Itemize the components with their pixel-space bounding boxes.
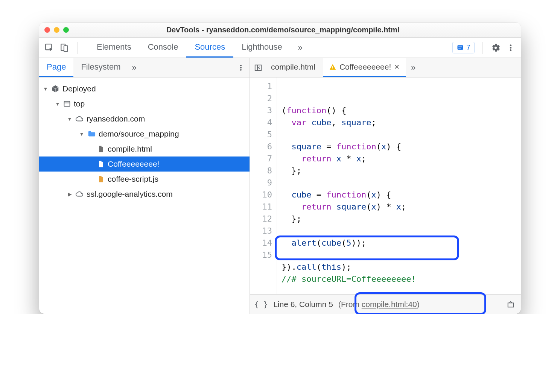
- tree-label: ryanseddon.com: [87, 114, 145, 123]
- code-editor[interactable]: 123456789101112131415 (function() { var …: [250, 77, 521, 294]
- line-number[interactable]: 14: [250, 237, 272, 249]
- line-number[interactable]: 4: [250, 117, 272, 129]
- kebab-menu-icon[interactable]: [505, 42, 516, 53]
- close-tab-icon[interactable]: ✕: [394, 63, 400, 71]
- tree-folder-demo[interactable]: ▼ demo/source_mapping: [39, 126, 250, 141]
- sidebar: Page Filesystem » ▼ Deployed ▼ top: [39, 58, 250, 314]
- svg-point-11: [240, 69, 241, 70]
- navigator-toggle-icon[interactable]: [253, 62, 263, 73]
- code-line[interactable]: cube = function(x) {: [282, 189, 416, 201]
- svg-rect-18: [508, 303, 514, 307]
- inspect-element-icon[interactable]: [44, 42, 55, 53]
- svg-rect-5: [458, 48, 461, 49]
- line-number[interactable]: 13: [250, 225, 272, 237]
- deployed-icon: [51, 85, 59, 93]
- code-line[interactable]: [282, 249, 416, 261]
- tree-file-coffee[interactable]: Coffeeeeeeee!: [39, 156, 250, 172]
- tab-elements[interactable]: Elements: [88, 38, 140, 58]
- tree-label: Deployed: [62, 84, 96, 93]
- tree-label: compile.html: [108, 144, 152, 153]
- line-number[interactable]: 6: [250, 141, 272, 153]
- line-number[interactable]: 11: [250, 201, 272, 213]
- titlebar: DevTools - ryanseddon.com/demo/source_ma…: [39, 23, 521, 38]
- code-line[interactable]: [282, 129, 416, 141]
- body-split: Page Filesystem » ▼ Deployed ▼ top: [39, 58, 521, 314]
- file-js-icon: [97, 175, 105, 183]
- line-number[interactable]: 12: [250, 213, 272, 225]
- disclosure-triangle-icon: ▼: [67, 116, 72, 122]
- code-line[interactable]: [282, 225, 416, 237]
- code-line[interactable]: };: [282, 165, 416, 177]
- tree-top[interactable]: ▼ top: [39, 96, 250, 111]
- tree-deployed[interactable]: ▼ Deployed: [39, 81, 250, 96]
- separator: [78, 42, 78, 54]
- code-line[interactable]: (function() {: [282, 105, 416, 117]
- tree-domain-ryanseddon[interactable]: ▼ ryanseddon.com: [39, 111, 250, 126]
- code-line[interactable]: };: [282, 213, 416, 225]
- sidebar-tab-page[interactable]: Page: [39, 58, 73, 77]
- line-number[interactable]: 2: [250, 93, 272, 105]
- line-number[interactable]: 5: [250, 129, 272, 141]
- tab-lighthouse[interactable]: Lighthouse: [233, 38, 291, 58]
- show-coverage-icon[interactable]: [505, 299, 516, 310]
- svg-rect-12: [64, 101, 70, 106]
- tree-domain-ga[interactable]: ▶ ssl.google-analytics.com: [39, 187, 250, 202]
- disclosure-triangle-icon: ▶: [67, 191, 72, 197]
- svg-rect-16: [332, 66, 333, 68]
- line-number[interactable]: 1: [250, 81, 272, 93]
- tree-label: demo/source_mapping: [99, 129, 179, 138]
- sidebar-tab-filesystem[interactable]: Filesystem: [73, 58, 128, 77]
- disclosure-triangle-icon: ▼: [43, 86, 48, 92]
- cursor-position: Line 6, Column 5: [273, 300, 333, 309]
- line-number[interactable]: 9: [250, 177, 272, 189]
- file-tree: ▼ Deployed ▼ top ▼ ryanseddon.com ▼: [39, 77, 250, 205]
- code-line[interactable]: square = function(x) {: [282, 141, 416, 153]
- separator: [482, 42, 482, 54]
- code-line[interactable]: alert(cube(5));: [282, 237, 416, 249]
- editor-tab-label: compile.html: [271, 62, 315, 71]
- editor-area: compile.html Coffeeeeeeee! ✕ » 123456789…: [250, 58, 521, 314]
- tab-sources[interactable]: Sources: [186, 38, 233, 58]
- minimize-window-button[interactable]: [54, 27, 59, 33]
- svg-point-9: [240, 65, 241, 66]
- settings-icon[interactable]: [490, 42, 501, 53]
- disclosure-triangle-icon: ▼: [79, 131, 84, 137]
- device-toolbar-icon[interactable]: [59, 42, 70, 53]
- tree-file-compile-html[interactable]: compile.html: [39, 141, 250, 156]
- sidebar-tabs: Page Filesystem »: [39, 58, 250, 77]
- line-number[interactable]: 15: [250, 249, 272, 261]
- tree-file-coffee-script[interactable]: coffee-script.js: [39, 172, 250, 187]
- svg-point-10: [240, 67, 241, 68]
- sidebar-more-tabs-icon[interactable]: »: [128, 63, 140, 73]
- code-line[interactable]: //# sourceURL=Coffeeeeeeee!: [282, 273, 416, 285]
- line-number[interactable]: 10: [250, 189, 272, 201]
- editor-tab-compile[interactable]: compile.html: [265, 58, 321, 77]
- warning-icon: [329, 63, 336, 71]
- line-number[interactable]: 7: [250, 153, 272, 165]
- pretty-print-icon[interactable]: { }: [254, 300, 268, 309]
- issues-badge[interactable]: 7: [452, 42, 475, 53]
- source-origin-link[interactable]: compile.html:40: [362, 300, 417, 308]
- code-line[interactable]: return x * x;: [282, 153, 416, 165]
- line-number[interactable]: 3: [250, 105, 272, 117]
- tree-label: top: [74, 99, 85, 108]
- zoom-window-button[interactable]: [63, 27, 69, 33]
- code-line[interactable]: var cube, square;: [282, 117, 416, 129]
- sidebar-kebab-icon[interactable]: [235, 62, 247, 73]
- traffic-lights: [44, 27, 69, 33]
- devtools-window: DevTools - ryanseddon.com/demo/source_ma…: [39, 23, 521, 314]
- line-number[interactable]: 8: [250, 165, 272, 177]
- editor-more-tabs-icon[interactable]: »: [407, 63, 419, 73]
- code-content[interactable]: (function() { var cube, square; square =…: [277, 77, 416, 294]
- more-tabs-icon[interactable]: »: [294, 43, 306, 53]
- editor-tab-bar: compile.html Coffeeeeeeee! ✕ »: [250, 58, 521, 77]
- svg-point-8: [510, 49, 511, 51]
- close-window-button[interactable]: [44, 27, 50, 33]
- code-line[interactable]: }).call(this);: [282, 261, 416, 273]
- source-origin: (From compile.html:40): [338, 300, 420, 309]
- editor-tab-coffee[interactable]: Coffeeeeeeee! ✕: [323, 58, 406, 77]
- code-line[interactable]: return square(x) * x;: [282, 201, 416, 213]
- tab-console[interactable]: Console: [140, 38, 187, 58]
- code-line[interactable]: [282, 177, 416, 189]
- svg-point-6: [510, 44, 511, 46]
